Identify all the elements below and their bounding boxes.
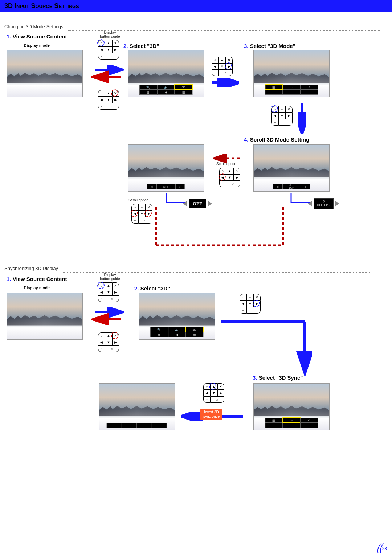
- thumb-select3dmode: ▦↔⟲: [253, 50, 330, 97]
- swoosh-icon: ((: [376, 541, 384, 554]
- step1-title: View Source Content: [13, 33, 67, 40]
- step3-num: 3.: [244, 43, 249, 49]
- step2-title: Select "3D": [130, 43, 159, 49]
- sync-step3-heading: 3. Select "3D Sync": [253, 375, 303, 381]
- keypad-guide-2: ○▲✕ ◀▼▶ −⌂: [98, 90, 119, 110]
- sync-step1-sublabel: Display mode: [7, 286, 67, 290]
- arrow-step3-4: [298, 101, 306, 135]
- scroll-option-label-1: Scroll option: [216, 162, 236, 166]
- thumb-scroll-left: ◁OFF▷: [128, 144, 204, 192]
- osd-sync-right: ▦↔⟲: [265, 418, 318, 428]
- step4-heading: 4. Scroll 3D Mode Setting: [244, 136, 309, 143]
- step4-title: Scroll 3D Mode Setting: [250, 136, 309, 143]
- thumb-select3d-2: 🔍🔈3D ▦◀▦: [139, 293, 215, 340]
- blue-L-arrow: [218, 318, 312, 377]
- display-button-guide-label: Display button guide: [97, 30, 123, 38]
- keypad-guide-9: ○▲✕ ◀▼▶ −⌂: [240, 294, 261, 314]
- section1-subtitle: Changing 3D Mode Settings: [0, 19, 64, 29]
- keypad-guide-6: ○▲✕ ◀▼▶ −⌂: [131, 204, 152, 224]
- keypad-guide-4: ○▲✕ ◀▼▶ −⌂: [271, 106, 293, 126]
- page-number: ((23: [377, 543, 387, 552]
- osd-strip-3d: 🔍🔈3D ▦◀▦: [139, 85, 192, 95]
- thumb-3dsync-right: ▦↔⟲: [253, 383, 330, 430]
- tri-right-icon: [335, 201, 339, 207]
- step1-heading: 1. View Source Content: [7, 33, 67, 40]
- step2-num: 2.: [123, 43, 128, 49]
- tri-left-icon: [308, 201, 312, 207]
- bidir-arrows-2: [91, 307, 124, 327]
- step2-heading: 2. Select "3D": [123, 43, 159, 49]
- scroll-option-label-2: Scroll option: [128, 198, 148, 202]
- thumb-3dsync-left: [99, 383, 175, 430]
- sync-step2-heading: 2. Select "3D": [134, 285, 170, 291]
- osd-off: ◁OFF▷: [147, 184, 185, 189]
- keypad-guide-3: ○▲✕ ◀▼▶ −⌂: [212, 57, 233, 76]
- invert-3d-tag: Invert 3D sync once: [200, 409, 222, 420]
- step1-sublabel: Display mode: [7, 43, 67, 48]
- osd-strip-3dmode: ▦↔⟲: [265, 85, 318, 95]
- thumb-select3d-1: 🔍🔈3D ▦◀▦: [128, 50, 204, 97]
- keypad-guide-10: ○▲✕ ◀▼▶ −⌂: [203, 383, 224, 403]
- step1-num: 1.: [7, 33, 11, 40]
- sync-step1-heading: 1. View Source Content: [7, 276, 67, 282]
- keypad-guide-1: ○▲✕ ◀▼▶ −⌂: [98, 40, 119, 60]
- page-title: 3D Input Source Settings: [4, 2, 79, 9]
- divider-dots-2: [63, 272, 371, 273]
- osd-strip-3d-2: 🔍🔈3D ▦◀▦: [150, 327, 203, 337]
- osd-dlp: ◁⟲DLP▷: [273, 184, 310, 189]
- dashed-red-loop: [154, 202, 288, 250]
- bidir-arrows-1: [91, 65, 124, 84]
- keypad-guide-8: ○▲✕ ◀▼▶ −⌂: [98, 332, 119, 352]
- osd-sync-left: [107, 423, 167, 428]
- thumb-source-2: [7, 293, 83, 340]
- step3-title: Select "3D Mode": [250, 43, 295, 49]
- keypad-guide-7: ○▲✕ ◀▼▶ −⌂: [98, 282, 119, 302]
- dlp-chip: ⟲ DLP-Link: [314, 198, 334, 209]
- display-button-guide-label-2: Display button guide: [97, 273, 123, 281]
- page-header: 3D Input Source Settings: [0, 0, 392, 12]
- keypad-guide-5: ○▲✕ ◀▼▶ −⌂: [219, 168, 240, 187]
- thumb-scroll-right: ◁⟲DLP▷: [253, 144, 330, 192]
- step4-num: 4.: [244, 136, 249, 143]
- thumb-source-1: [7, 50, 83, 97]
- step3-heading: 3. Select "3D Mode": [244, 43, 295, 49]
- arrow-step2-3: [210, 78, 239, 89]
- section2-subtitle: Snychronizing 3D Display: [0, 261, 58, 271]
- dlp-chip-row: ⟲ DLP-Link: [308, 198, 339, 209]
